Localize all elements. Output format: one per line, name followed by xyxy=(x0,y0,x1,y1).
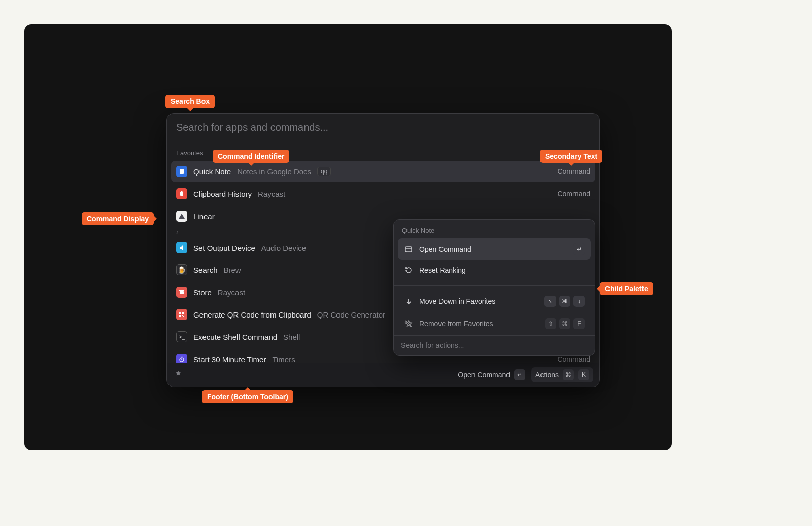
command-title: Quick Note xyxy=(193,167,231,176)
command-subtitle: Raycast xyxy=(258,190,285,198)
store-icon xyxy=(176,287,187,298)
svg-rect-17 xyxy=(405,247,412,252)
svg-marker-6 xyxy=(180,245,183,250)
search-input[interactable] xyxy=(176,122,590,133)
command-title: Set Output Device xyxy=(193,243,255,252)
command-type: Command xyxy=(557,355,590,363)
actions-button[interactable]: Actions ⌘ K xyxy=(531,367,593,382)
down-icon xyxy=(404,297,413,306)
svg-rect-13 xyxy=(183,316,184,317)
shell-icon: >_ xyxy=(176,331,187,342)
open-icon xyxy=(404,244,413,254)
command-alias: qq xyxy=(317,167,331,176)
svg-rect-1 xyxy=(181,170,183,170)
svg-rect-8 xyxy=(179,290,184,291)
command-title: Execute Shell Command xyxy=(193,333,277,341)
enter-key-icon: ↵ xyxy=(514,369,525,380)
command-title: Clipboard History xyxy=(193,190,252,198)
app-canvas: Favorites Quick NoteNotes in Google Docs… xyxy=(24,24,672,450)
reset-icon xyxy=(404,266,413,275)
unfav-icon xyxy=(404,319,413,328)
command-item[interactable]: Clipboard HistoryRaycastCommand xyxy=(171,183,595,204)
svg-rect-5 xyxy=(181,191,183,192)
action-item[interactable]: Open Command↵ xyxy=(398,238,591,260)
svg-rect-3 xyxy=(181,172,182,172)
action-label: Move Down in Favorites xyxy=(419,297,495,305)
linear-icon xyxy=(176,211,187,222)
action-item[interactable]: Reset Ranking xyxy=(398,261,591,280)
action-shortcut: ⌥⌘↓ xyxy=(544,296,585,307)
key-icon: ↵ xyxy=(573,243,585,255)
action-label: Reset Ranking xyxy=(419,266,466,274)
doc-icon xyxy=(176,166,187,177)
audio-icon xyxy=(176,242,187,253)
command-title: Store xyxy=(193,288,212,297)
settings-icon[interactable] xyxy=(173,370,183,380)
key-icon: ⌘ xyxy=(559,318,570,329)
cmd-key-icon: ⌘ xyxy=(563,369,574,380)
command-subtitle: Shell xyxy=(283,333,300,341)
qr-icon xyxy=(176,309,187,320)
footer-toolbar: Open Command ↵ Actions ⌘ K xyxy=(167,363,599,387)
annotation-command-identifier: Command Identifier xyxy=(213,150,289,163)
search-row xyxy=(167,114,599,142)
action-shortcut: ⇧⌘F xyxy=(545,318,585,329)
command-title: Linear xyxy=(193,212,215,221)
key-icon: ⇧ xyxy=(545,318,556,329)
subpanel-search-input[interactable] xyxy=(401,341,588,349)
svg-rect-2 xyxy=(181,171,183,171)
annotation-secondary-text: Secondary Text xyxy=(540,150,602,163)
key-icon: F xyxy=(573,318,585,329)
k-key-icon: K xyxy=(578,369,589,380)
subpanel-divider xyxy=(394,285,595,286)
clipboard-icon xyxy=(176,188,187,199)
annotation-search-box: Search Box xyxy=(165,95,215,108)
key-icon: ↓ xyxy=(573,296,585,307)
command-subtitle: Brew xyxy=(224,266,241,274)
key-icon: ⌘ xyxy=(559,296,570,307)
action-label: Remove from Favorites xyxy=(419,320,493,328)
svg-rect-12 xyxy=(182,315,183,316)
action-item[interactable]: Move Down in Favorites⌥⌘↓ xyxy=(398,291,591,312)
subpanel-search-row xyxy=(394,335,595,355)
annotation-command-display: Command Display xyxy=(82,212,154,225)
svg-rect-7 xyxy=(180,291,184,294)
action-item[interactable]: Remove from Favorites⇧⌘F xyxy=(398,313,591,334)
actions-label: Actions xyxy=(535,371,559,379)
command-item[interactable]: Quick NoteNotes in Google DocsqqCommand xyxy=(171,161,595,182)
command-title: Start 30 Minute Timer xyxy=(193,355,266,363)
command-subtitle: Timers xyxy=(272,355,295,363)
action-subpanel: Quick Note Open Command↵Reset Ranking Mo… xyxy=(393,219,595,356)
command-title: Search xyxy=(193,266,218,274)
command-subtitle: Audio Device xyxy=(261,243,306,252)
command-subtitle: Raycast xyxy=(218,288,245,297)
command-title: Generate QR Code from Clipboard xyxy=(193,310,311,319)
annotation-child-palette: Child Palette xyxy=(600,282,653,295)
open-command-button[interactable]: Open Command ↵ xyxy=(458,369,525,380)
key-icon: ⌥ xyxy=(544,296,556,307)
command-subtitle: QR Code Generator xyxy=(317,310,385,319)
command-type: Command xyxy=(557,190,590,198)
svg-rect-11 xyxy=(179,315,181,317)
open-command-label: Open Command xyxy=(458,371,510,379)
action-label: Open Command xyxy=(419,245,471,253)
annotation-footer: Footer (Bottom Toolbar) xyxy=(202,390,293,403)
timer-icon xyxy=(176,354,187,363)
action-shortcut: ↵ xyxy=(573,243,585,255)
svg-rect-10 xyxy=(182,312,184,314)
svg-rect-9 xyxy=(179,312,181,314)
subpanel-title: Quick Note xyxy=(394,220,595,237)
svg-rect-4 xyxy=(180,192,183,196)
brew-icon: 🍺 xyxy=(176,264,187,275)
